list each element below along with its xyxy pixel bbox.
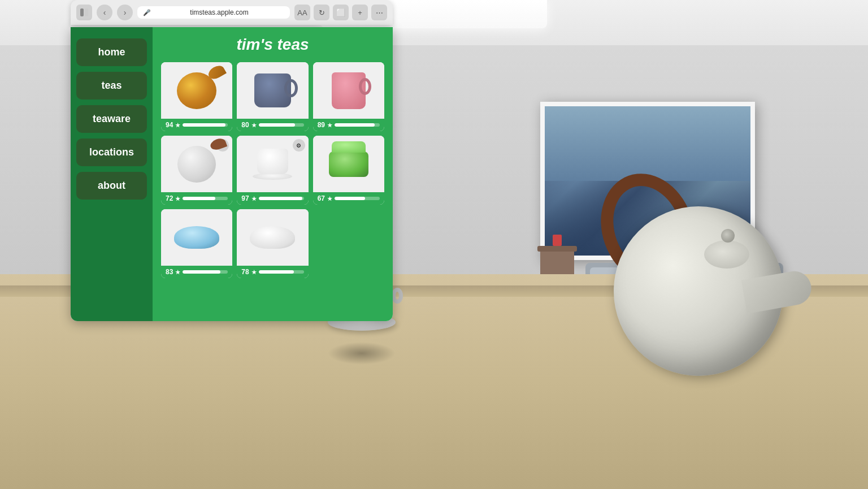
blue-mug-icon (254, 73, 291, 107)
rating-progress-bar (335, 123, 380, 127)
product-card-white-teacup[interactable]: ⚙ 97 ★ (237, 136, 308, 205)
site-title: tim's teas (161, 36, 384, 54)
product-card-green-bowl[interactable]: 67 ★ (313, 136, 384, 205)
share-button[interactable]: ⬜ (333, 5, 349, 20)
product-rating-green-bowl: 67 ★ (313, 192, 384, 205)
browser-window: home teas teaware locations about tim's … (71, 27, 393, 321)
side-table-top (537, 246, 577, 252)
rating-fill (335, 123, 375, 127)
product-grid: 94 ★ 80 ★ (161, 62, 384, 278)
rating-progress-bar (259, 123, 304, 127)
rating-value: 83 (166, 268, 173, 276)
white-kettle-icon (177, 146, 216, 183)
settings-icon: ⚙ (293, 139, 305, 152)
product-rating-blue-bowl: 83 ★ (161, 266, 232, 278)
star-icon: ★ (175, 269, 180, 275)
rating-value: 89 (318, 121, 325, 129)
reader-mode-button[interactable]: AA (294, 5, 310, 20)
svg-rect-1 (85, 8, 88, 16)
star-icon: ★ (251, 196, 257, 202)
product-rating-white-teacup: 97 ★ (237, 192, 308, 205)
star-icon: ★ (327, 196, 332, 202)
nav-locations-button[interactable]: locations (76, 139, 147, 166)
product-image-white-teacup: ⚙ (237, 136, 308, 192)
product-rating-gold-kettle: 94 ★ (161, 119, 232, 131)
product-card-white-kettle[interactable]: ⚙ 72 ★ (161, 136, 232, 205)
rating-progress-bar (183, 123, 228, 127)
rating-fill (183, 197, 215, 200)
rating-value: 94 (166, 121, 173, 129)
rating-value: 97 (241, 194, 249, 202)
more-options-button[interactable]: ⋯ (371, 5, 387, 20)
product-image-green-bowl (313, 136, 384, 192)
site-content: tim's teas 94 ★ (153, 27, 393, 321)
url-bar[interactable]: 🎤 timsteas.apple.com (137, 6, 290, 19)
star-icon: ★ (175, 196, 180, 202)
mic-icon: 🎤 (143, 9, 151, 16)
rating-fill (183, 270, 220, 274)
rating-progress-bar (183, 270, 228, 274)
product-card-gold-kettle[interactable]: 94 ★ (161, 62, 232, 131)
product-rating-white-bowl: 78 ★ (237, 266, 308, 278)
teapot-lid (704, 240, 749, 269)
rating-progress-bar (335, 197, 380, 200)
product-rating-blue-mug: 80 ★ (237, 119, 308, 131)
rating-value: 80 (241, 121, 249, 129)
cup-shadow (328, 342, 396, 365)
product-rating-pink-mug: 89 ★ (313, 119, 384, 131)
rating-value: 67 (318, 194, 325, 202)
product-image-white-bowl (237, 209, 308, 266)
star-icon: ★ (327, 122, 332, 128)
product-card-blue-mug[interactable]: 80 ★ (237, 62, 308, 131)
blue-bowl-icon (174, 226, 219, 249)
nav-teas-button[interactable]: teas (76, 72, 147, 99)
product-rating-white-kettle: 72 ★ (161, 192, 232, 205)
star-icon: ★ (251, 269, 257, 275)
product-card-white-bowl[interactable]: 78 ★ (237, 209, 308, 278)
rating-value: 72 (166, 194, 173, 202)
url-text: timsteas.apple.com (154, 8, 284, 16)
star-icon: ★ (175, 122, 180, 128)
teapot-lid-knob (721, 229, 735, 243)
pink-mug-icon (332, 72, 366, 109)
green-bowl-lid (332, 141, 366, 153)
browser-chrome: ‹ › 🎤 timsteas.apple.com AA ↻ ⬜ + ⋯ (71, 0, 393, 25)
nav-home-button[interactable]: home (76, 38, 147, 66)
sidebar-toggle-button[interactable] (76, 5, 92, 20)
rating-progress-bar (259, 197, 304, 200)
large-teapot (585, 161, 823, 376)
site-navigation: home teas teaware locations about (71, 27, 153, 321)
rating-progress-bar (259, 270, 304, 274)
rating-fill (259, 197, 303, 200)
rating-fill (335, 197, 365, 200)
product-image-white-kettle: ⚙ (161, 136, 232, 192)
star-icon: ★ (251, 122, 257, 128)
product-image-blue-bowl (161, 209, 232, 266)
product-image-blue-mug (237, 62, 308, 119)
rating-fill (259, 123, 295, 127)
reload-button[interactable]: ↻ (314, 5, 329, 20)
cup-handle (392, 288, 403, 304)
red-object (553, 235, 562, 246)
white-teacup-icon (257, 149, 288, 174)
add-tab-button[interactable]: + (352, 5, 368, 20)
nav-about-button[interactable]: about (76, 172, 147, 200)
gold-kettle-icon (177, 72, 216, 109)
product-image-pink-mug (313, 62, 384, 119)
rating-progress-bar (183, 197, 228, 200)
svg-rect-0 (80, 8, 84, 16)
rating-value: 78 (241, 268, 249, 276)
product-card-pink-mug[interactable]: 89 ★ (313, 62, 384, 131)
rating-fill (183, 123, 225, 127)
nav-teaware-button[interactable]: teaware (76, 105, 147, 133)
browser-action-buttons: AA ↻ ⬜ + ⋯ (294, 5, 387, 20)
website: home teas teaware locations about tim's … (71, 27, 393, 321)
white-bowl-icon (250, 226, 295, 249)
green-bowl-icon (329, 152, 368, 177)
product-image-gold-kettle (161, 62, 232, 119)
back-button[interactable]: ‹ (97, 5, 112, 20)
rating-fill (259, 270, 294, 274)
product-card-blue-bowl[interactable]: 83 ★ (161, 209, 232, 278)
forward-button[interactable]: › (117, 5, 133, 20)
